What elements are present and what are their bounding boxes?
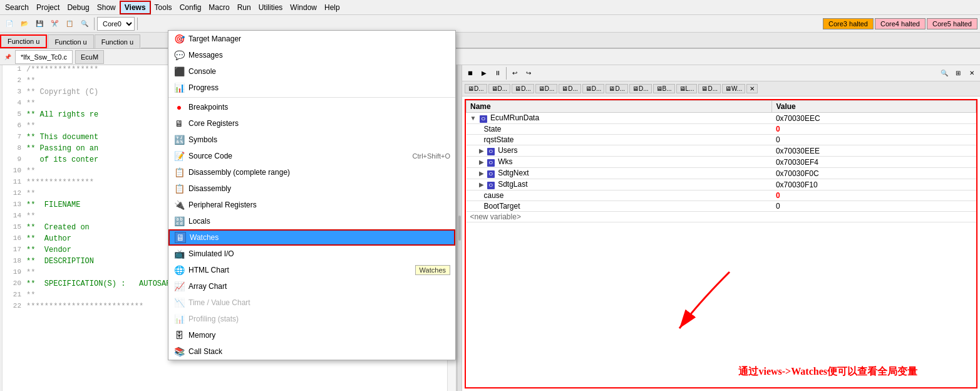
line-num-8: 8 (5, 144, 24, 155)
function-tab-2[interactable]: Function u (48, 34, 93, 48)
watch-subtab-w1[interactable]: 🖥W... (722, 84, 745, 93)
file-tab-ecu[interactable]: EcuM (75, 50, 104, 64)
splitter[interactable] (457, 65, 462, 391)
menu-tools[interactable]: Tools (151, 2, 176, 13)
menu-macro[interactable]: Macro (205, 2, 233, 13)
toolbar-icon-4[interactable]: ✂️ (48, 17, 61, 31)
views-dropdown-menu[interactable]: 🎯 Target Manager 💬 Messages ⬛ Console 📊 … (168, 30, 456, 360)
expand-icon-wks[interactable]: ▶ (479, 159, 484, 165)
watches-toolbar: ⏹ ▶ ⏸ ↩ ↪ 🔍 ⊞ ✕ (462, 65, 980, 81)
line-num-1: 1 (5, 65, 24, 76)
memory-label: Memory (188, 331, 450, 340)
core4-tab[interactable]: Core4 halted (875, 18, 926, 29)
menu-item-source-code[interactable]: 📝 Source Code Ctrl+Shift+O (168, 148, 455, 164)
toolbar-icon-5[interactable]: 📋 (63, 17, 76, 31)
core5-tab[interactable]: Core5 halted (927, 18, 977, 29)
menu-item-memory[interactable]: 🗄 Memory (168, 327, 455, 343)
core3-tab[interactable]: Core3 halted (823, 18, 874, 29)
watch-subtab-d8[interactable]: 🖥D... (629, 84, 652, 93)
watches-close-icon[interactable]: ✕ (966, 68, 977, 79)
file-tab-main-label: *lfx_Ssw_Tc0.c (21, 53, 67, 61)
watch-subtab-d5[interactable]: 🖥D... (559, 84, 581, 93)
menu-show[interactable]: Show (93, 2, 120, 13)
menu-config[interactable]: Config (176, 2, 205, 13)
watch-subtab-l1[interactable]: 🖥L... (676, 84, 698, 93)
menu-item-peripheral[interactable]: 🔌 Peripheral Registers (168, 197, 455, 213)
toolbar-icon-2[interactable]: 📂 (18, 17, 31, 31)
function-tab-3[interactable]: Function u (95, 34, 140, 48)
menu-item-messages[interactable]: 💬 Messages (168, 47, 455, 63)
watches-val-users: 0x70030EEE (772, 145, 976, 157)
menu-search[interactable]: Search (1, 2, 33, 13)
watches-row-rqst: rqstState 0 (467, 135, 976, 145)
expand-icon-ecurun[interactable]: ▼ (470, 115, 477, 122)
menu-item-simio[interactable]: 📺 Simulated I/O (168, 246, 455, 262)
watch-subtab-d7[interactable]: 🖥D... (606, 84, 628, 93)
watch-subtab-d2[interactable]: 🖥D... (488, 84, 511, 93)
toolbar-icon-6[interactable]: 🔍 (78, 17, 91, 31)
menu-help[interactable]: Help (321, 2, 344, 13)
function-tab-1[interactable]: Function u (0, 34, 47, 48)
disassembly-icon: 📋 (173, 183, 185, 194)
menu-item-target-manager[interactable]: 🎯 Target Manager (168, 31, 455, 47)
menu-item-disassembly-full[interactable]: 📋 Disassembly (complete range) (168, 164, 455, 180)
line-num-20: 20 (5, 279, 24, 291)
menu-item-progress[interactable]: 📊 Progress (168, 80, 455, 96)
menu-item-html-chart[interactable]: 🌐 HTML Chart Watches (168, 262, 455, 278)
expand-icon-users[interactable]: ▶ (479, 147, 484, 154)
symbols-label: Symbols (188, 135, 450, 144)
struct-icon-sdtglast: O (487, 182, 495, 189)
watch-subtab-d3[interactable]: 🖥D... (512, 84, 534, 93)
watch-subtab-d6[interactable]: 🖥D... (582, 84, 605, 93)
menu-debug[interactable]: Debug (63, 2, 93, 13)
menu-item-symbols[interactable]: 🔣 Symbols (168, 132, 455, 148)
menu-item-console[interactable]: ⬛ Console (168, 63, 455, 80)
menu-item-disassembly[interactable]: 📋 Disassembly (168, 180, 455, 197)
watches-icon-2[interactable]: ▶ (478, 68, 490, 79)
console-icon: ⬛ (173, 66, 185, 77)
watches-icon-5[interactable]: ↪ (523, 68, 534, 79)
watch-subtab-d9[interactable]: 🖥D... (698, 84, 721, 93)
core-selector[interactable]: Core0 (97, 17, 135, 31)
expand-icon-sdtglast[interactable]: ▶ (479, 181, 484, 188)
menu-item-core-registers[interactable]: 🖥 Core Registers (168, 115, 455, 132)
menu-item-time-value[interactable]: 📉 Time / Value Chart (168, 295, 455, 311)
menu-window[interactable]: Window (286, 2, 321, 13)
watches-search-icon[interactable]: 🔍 (939, 68, 950, 79)
toolbar-icon-3[interactable]: 💾 (33, 17, 46, 31)
file-pin-icon[interactable]: 📌 (3, 52, 13, 62)
watches-icon-1[interactable]: ⏹ (465, 68, 476, 79)
watches-col-value: Value (772, 101, 976, 113)
watches-table-container: Name Value ▼ O EcuMRunData 0x7003 (465, 99, 977, 388)
menu-item-locals[interactable]: 🔡 Locals (168, 213, 455, 229)
profiling-icon: 📊 (173, 313, 185, 325)
expand-icon-sdtgnext[interactable]: ▶ (479, 170, 484, 177)
menu-item-breakpoints[interactable]: ● Breakpoints (168, 99, 455, 115)
menu-project[interactable]: Project (33, 2, 63, 13)
line-num-9: 9 (5, 155, 24, 167)
menu-item-watches[interactable]: 🖥 Watches (168, 229, 455, 246)
watches-val-boot: 0 (772, 201, 976, 212)
watch-subtab-b1[interactable]: 🖥B... (653, 84, 675, 93)
watches-name-sdtglast: ▶ O SdtgLast (467, 179, 772, 190)
menu-item-profiling[interactable]: 📊 Profiling (stats) (168, 311, 455, 327)
watches-row-wks: ▶ O Wks 0x70030EF4 (467, 157, 976, 168)
menu-run[interactable]: Run (234, 2, 255, 13)
watch-subtab-d1[interactable]: 🖥D... (465, 84, 487, 93)
watches-name-wks: ▶ O Wks (467, 157, 772, 168)
menu-item-callstack[interactable]: 📚 Call Stack (168, 343, 455, 360)
line-num-3: 3 (5, 88, 24, 99)
toolbar-icon-1[interactable]: 📄 (3, 17, 16, 31)
watches-val-state: 0 (772, 124, 976, 135)
watches-expand-icon[interactable]: ⊞ (952, 68, 964, 79)
menu-utilities[interactable]: Utilities (255, 2, 287, 13)
file-tab-main[interactable]: *lfx_Ssw_Tc0.c (15, 50, 73, 64)
watch-subtab-close[interactable]: ✕ (746, 84, 758, 93)
watches-name-state: State (467, 124, 772, 135)
watches-icon-4[interactable]: ↩ (509, 68, 520, 79)
watch-subtab-d4[interactable]: 🖥D... (535, 84, 558, 93)
menu-views[interactable]: Views (120, 1, 151, 14)
watches-icon-3[interactable]: ⏸ (492, 68, 503, 79)
menu-item-array-chart[interactable]: 📈 Array Chart (168, 278, 455, 295)
watches-row-users: ▶ O Users 0x70030EEE (467, 145, 976, 157)
